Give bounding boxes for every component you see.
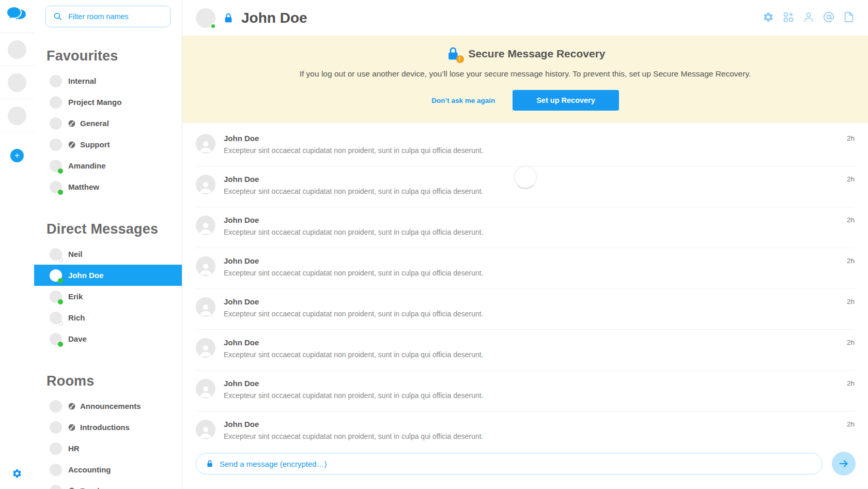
message-text: Excepteur sint occaecat cupidatat non pr… <box>224 228 839 236</box>
message-timestamp: 2h <box>847 338 855 370</box>
message-row[interactable]: John Doe Excepteur sint occaecat cupidat… <box>196 411 855 446</box>
room-name: Accounting <box>68 465 111 474</box>
room-filter[interactable] <box>45 6 171 27</box>
room-avatar <box>50 139 62 151</box>
message-row[interactable]: John Doe Excepteur sint occaecat cupidat… <box>196 371 855 411</box>
online-dot <box>210 23 216 29</box>
message-composer <box>182 446 868 489</box>
section-title-rooms: Rooms <box>47 373 182 389</box>
room-avatar <box>50 333 62 345</box>
chat-title: John Doe <box>241 10 307 26</box>
room-avatar <box>50 485 62 489</box>
globe-icon <box>68 487 75 489</box>
room-list-item[interactable]: Support <box>34 134 182 155</box>
message-text: Excepteur sint occaecat cupidatat non pr… <box>224 432 839 440</box>
room-list-item[interactable]: Project Mango <box>34 91 182 113</box>
mentions-button[interactable] <box>823 11 834 25</box>
room-list-item[interactable]: Dave <box>34 328 182 349</box>
message-text: Excepteur sint occaecat cupidatat non pr… <box>224 187 839 195</box>
add-widget-button[interactable] <box>783 11 794 25</box>
message-row[interactable]: John Doe Excepteur sint occaecat cupidat… <box>196 207 855 248</box>
sender-name: John Doe <box>224 420 839 429</box>
message-timestamp: 2h <box>847 256 855 288</box>
rail-community-avatar[interactable] <box>0 66 34 99</box>
avatar <box>8 106 26 125</box>
room-name: General <box>80 119 109 128</box>
message-row[interactable]: John Doe Excepteur sint occaecat cupidat… <box>196 330 855 371</box>
room-list-item[interactable]: Rich <box>34 307 182 328</box>
room-avatar <box>50 117 62 130</box>
presence-dot <box>58 299 63 304</box>
room-list-item[interactable]: Amandine <box>34 155 182 176</box>
app-logo[interactable] <box>0 0 34 33</box>
room-list-item[interactable]: Introductions <box>34 417 182 438</box>
sender-avatar <box>196 420 215 439</box>
person-icon <box>198 301 213 317</box>
rail-community-avatar[interactable] <box>0 99 34 132</box>
rail-community-avatar[interactable] <box>0 33 34 66</box>
room-list-item[interactable]: Random <box>34 480 182 489</box>
message-timestamp: 2h <box>847 297 855 329</box>
room-list-item[interactable]: Erik <box>34 286 182 307</box>
room-name: HR <box>68 444 80 453</box>
files-button[interactable] <box>843 11 855 25</box>
room-avatar <box>50 160 62 172</box>
message-list: John Doe Excepteur sint occaecat cupidat… <box>182 123 868 446</box>
message-text: Excepteur sint occaecat cupidatat non pr… <box>224 310 839 318</box>
chat-avatar[interactable] <box>196 8 215 28</box>
presence-dot <box>58 169 63 174</box>
room-name: Erik <box>68 292 83 301</box>
presence-dot <box>58 278 63 283</box>
presence-dot <box>59 322 63 326</box>
room-list-item[interactable]: HR <box>34 438 182 459</box>
room-name: Matthew <box>68 182 99 191</box>
room-list-item[interactable]: Announcements <box>34 395 182 417</box>
dismiss-link[interactable]: Don’t ask me again <box>431 97 495 104</box>
room-list-item[interactable]: Matthew <box>34 176 182 197</box>
settings-button[interactable] <box>12 468 22 481</box>
banner-title: Secure Message Recovery <box>469 48 606 60</box>
message-timestamp: 2h <box>847 216 855 248</box>
sender-name: John Doe <box>224 297 839 306</box>
message-row[interactable]: John Doe Excepteur sint occaecat cupidat… <box>196 248 855 289</box>
sender-avatar <box>196 134 215 154</box>
message-row[interactable]: John Doe Excepteur sint occaecat cupidat… <box>196 289 855 330</box>
message-timestamp: 2h <box>847 379 855 411</box>
sender-avatar <box>196 297 215 317</box>
room-list-item[interactable]: Accounting <box>34 459 182 480</box>
message-input[interactable] <box>220 460 813 468</box>
add-community-button[interactable]: + <box>10 149 24 162</box>
gear-icon <box>12 468 22 481</box>
files-icon <box>843 11 855 25</box>
message-timestamp: 2h <box>847 134 855 166</box>
lock-icon <box>206 460 214 468</box>
presence-dot <box>59 258 63 262</box>
room-list-item[interactable]: John Doe <box>34 265 182 286</box>
members-icon <box>803 11 814 25</box>
room-settings-button[interactable] <box>763 11 774 25</box>
section-title-direct-messages: Direct Messages <box>47 221 182 237</box>
room-avatar <box>50 421 62 434</box>
globe-icon <box>68 424 75 431</box>
sender-name: John Doe <box>224 216 839 224</box>
presence-dot <box>58 190 63 195</box>
members-button[interactable] <box>803 11 814 25</box>
setup-recovery-button[interactable]: Set up Recovery <box>513 90 619 111</box>
avatar <box>8 73 26 92</box>
person-icon <box>198 383 213 399</box>
room-list-item[interactable]: Internal <box>34 70 182 91</box>
message-timestamp: 2h <box>847 420 855 446</box>
composer-field[interactable] <box>196 453 823 475</box>
room-avatar <box>50 400 62 412</box>
sender-name: John Doe <box>224 256 839 265</box>
room-avatar <box>50 181 62 193</box>
room-name: Support <box>80 140 110 149</box>
room-list-item[interactable]: Neil <box>34 243 182 265</box>
send-button[interactable] <box>832 452 856 476</box>
message-row[interactable]: John Doe Excepteur sint occaecat cupidat… <box>196 126 855 166</box>
room-list-item[interactable]: General <box>34 113 182 134</box>
secure-recovery-banner: ! Secure Message Recovery If you log out… <box>182 36 868 123</box>
room-name: Dave <box>68 334 87 343</box>
room-filter-input[interactable] <box>68 12 165 21</box>
chat-pane: John Doe <box>182 0 868 489</box>
